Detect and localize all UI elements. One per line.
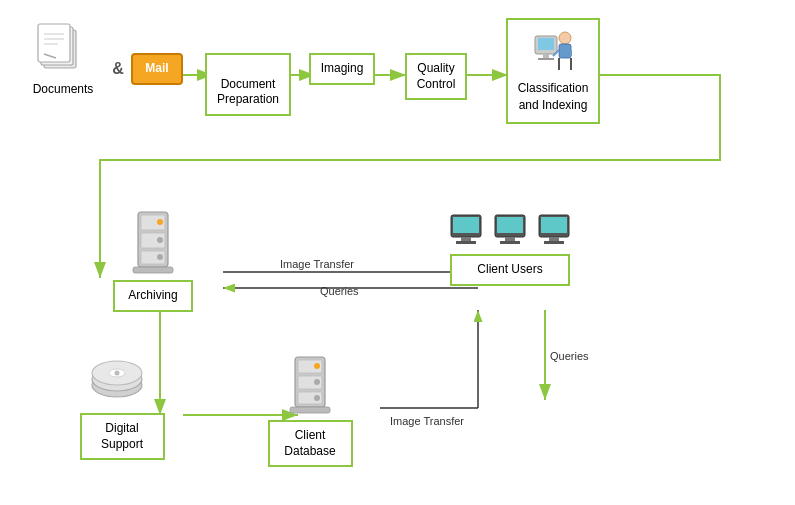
client-database-icon [285, 355, 335, 418]
image-transfer-label-2: Image Transfer [390, 415, 464, 427]
diagram: Documents & Mail DocumentPreparation Ima… [0, 0, 795, 505]
client-database-node: ClientDatabase [265, 355, 355, 467]
quality-control-label: QualityControl [417, 61, 456, 91]
svg-rect-39 [461, 237, 471, 241]
svg-point-55 [115, 371, 120, 376]
classification-label: Classificationand Indexing [518, 80, 589, 114]
digital-support-icon [87, 355, 157, 413]
svg-rect-47 [549, 237, 559, 241]
svg-rect-14 [38, 24, 70, 62]
svg-point-34 [157, 237, 163, 243]
ampersand-label: & [112, 60, 124, 78]
client-users-label: Client Users [477, 262, 542, 276]
digital-support-node: DigitalSupport [72, 355, 172, 460]
svg-rect-21 [543, 54, 549, 58]
mail-label: Mail [145, 61, 168, 75]
svg-rect-43 [505, 237, 515, 241]
svg-point-33 [157, 219, 163, 225]
client-users-icon [446, 210, 574, 250]
queries-label-1: Queries [320, 285, 359, 297]
archiving-label: Archiving [128, 288, 177, 302]
svg-point-61 [314, 379, 320, 385]
documents-icon [36, 20, 91, 78]
svg-rect-40 [456, 241, 476, 244]
ampersand-node: & [108, 60, 128, 78]
svg-rect-46 [541, 217, 567, 233]
classification-node: Classificationand Indexing [498, 18, 608, 124]
archiving-node: Archiving [108, 210, 198, 312]
svg-rect-36 [133, 267, 173, 273]
svg-point-35 [157, 254, 163, 260]
documents-node: Documents [18, 20, 108, 96]
mail-node: Mail [128, 53, 186, 85]
queries-label-2: Queries [550, 350, 589, 362]
documents-label: Documents [33, 82, 94, 96]
svg-rect-20 [538, 38, 554, 50]
client-users-node: Client Users [440, 210, 580, 286]
client-database-label: ClientDatabase [284, 428, 335, 458]
svg-rect-48 [544, 241, 564, 244]
image-transfer-label-1: Image Transfer [280, 258, 354, 270]
imaging-node: Imaging [308, 53, 376, 85]
svg-rect-63 [290, 407, 330, 413]
digital-support-label: DigitalSupport [101, 421, 143, 451]
svg-rect-42 [497, 217, 523, 233]
svg-point-62 [314, 395, 320, 401]
svg-point-60 [314, 363, 320, 369]
svg-rect-38 [453, 217, 479, 233]
svg-rect-24 [559, 44, 571, 58]
imaging-label: Imaging [321, 61, 364, 75]
quality-control-node: QualityControl [400, 53, 472, 100]
doc-prep-label: DocumentPreparation [217, 77, 279, 107]
svg-rect-22 [538, 58, 554, 60]
classification-icon [525, 28, 580, 76]
svg-rect-44 [500, 241, 520, 244]
archiving-icon [128, 210, 178, 278]
svg-point-23 [559, 32, 571, 44]
doc-prep-node: DocumentPreparation [208, 53, 288, 116]
